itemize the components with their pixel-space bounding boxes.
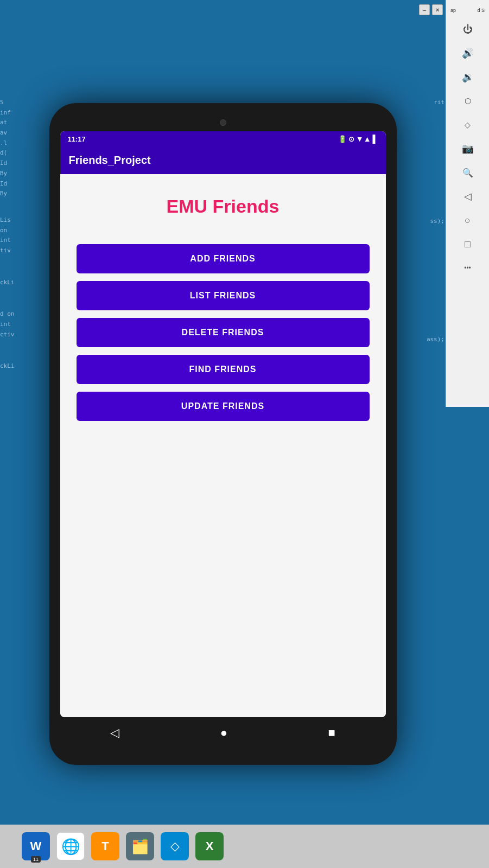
- more-options-icon[interactable]: •••: [458, 258, 478, 278]
- front-camera: [220, 119, 226, 126]
- app-bar: Friends_Project: [60, 146, 386, 174]
- emulator-toolbar: ap d S ⏻ 🔊 🔉 ⬡ ◇ 📷 🔍 ◁ ○ □ •••: [446, 0, 489, 407]
- battery-bar: ▌: [373, 135, 378, 143]
- volume-up-icon[interactable]: 🔊: [458, 43, 478, 63]
- signal-bars: ▼▲: [356, 135, 371, 143]
- taskbar: W 11 🌐 T 🗂️ ◇ X: [0, 825, 489, 868]
- app-bar-title: Friends_Project: [69, 154, 151, 166]
- volume-down-icon[interactable]: 🔉: [458, 67, 478, 87]
- toolbar-label2: d S: [477, 8, 485, 13]
- status-bar: 11:17 🔋 ⊙ ▼▲ ▌: [60, 131, 386, 146]
- home-nav-icon[interactable]: ○: [458, 210, 478, 230]
- phone-screen: 11:17 🔋 ⊙ ▼▲ ▌ Friends_Project EMU Frien…: [60, 131, 386, 717]
- window-controls: – ✕: [419, 4, 443, 15]
- rotate-icon[interactable]: ⬡: [458, 91, 478, 111]
- excel-icon[interactable]: X: [195, 832, 224, 860]
- chrome-icon[interactable]: 🌐: [56, 832, 85, 860]
- delete-friends-button[interactable]: DELETE FRIENDS: [77, 318, 370, 347]
- power-icon[interactable]: ⏻: [458, 20, 478, 39]
- minimize-button[interactable]: –: [419, 4, 430, 15]
- phone-device: 11:17 🔋 ⊙ ▼▲ ▌ Friends_Project EMU Frien…: [49, 103, 397, 765]
- list-friends-button[interactable]: LIST FRIENDS: [77, 281, 370, 310]
- word-icon[interactable]: W 11: [22, 832, 50, 860]
- teams-icon[interactable]: T: [91, 832, 119, 860]
- back-nav-icon[interactable]: ◁: [458, 187, 478, 206]
- buttons-container: ADD FRIENDS LIST FRIENDS DELETE FRIENDS …: [77, 244, 370, 421]
- update-friends-button[interactable]: UPDATE FRIENDS: [77, 392, 370, 421]
- app-title: EMU Friends: [167, 196, 280, 217]
- status-time: 11:17: [68, 135, 86, 143]
- camera-icon[interactable]: 📷: [458, 139, 478, 158]
- code-editor-right: rit ss); ass);: [427, 98, 444, 345]
- code-editor-left: S inf at av .l d( Id By Id By Lis on int…: [0, 98, 15, 372]
- explorer-icon[interactable]: 🗂️: [126, 832, 154, 860]
- toolbar-label: ap: [450, 8, 456, 13]
- overview-button[interactable]: ■: [328, 726, 335, 740]
- main-content: EMU Friends ADD FRIENDS LIST FRIENDS DEL…: [60, 174, 386, 717]
- overview-nav-icon[interactable]: □: [458, 234, 478, 254]
- back-button[interactable]: ◁: [110, 726, 119, 740]
- add-friends-button[interactable]: ADD FRIENDS: [77, 244, 370, 273]
- toolbar-top: ap d S: [446, 5, 489, 15]
- home-button[interactable]: ●: [220, 726, 227, 740]
- fold-icon[interactable]: ◇: [458, 115, 478, 135]
- battery-icon: 🔋: [338, 135, 347, 143]
- phone-wrapper: 11:17 🔋 ⊙ ▼▲ ▌ Friends_Project EMU Frien…: [49, 103, 397, 765]
- find-friends-button[interactable]: FIND FRIENDS: [77, 355, 370, 384]
- close-button[interactable]: ✕: [432, 4, 443, 15]
- status-icons: 🔋 ⊙ ▼▲ ▌: [338, 135, 378, 143]
- onedrive-icon[interactable]: ◇: [161, 832, 189, 860]
- notification-icon: ⊙: [348, 135, 354, 143]
- word-badge: 11: [31, 856, 41, 863]
- phone-nav-bar: ◁ ● ■: [60, 717, 386, 749]
- phone-top: [60, 119, 386, 126]
- zoom-icon[interactable]: 🔍: [458, 163, 478, 182]
